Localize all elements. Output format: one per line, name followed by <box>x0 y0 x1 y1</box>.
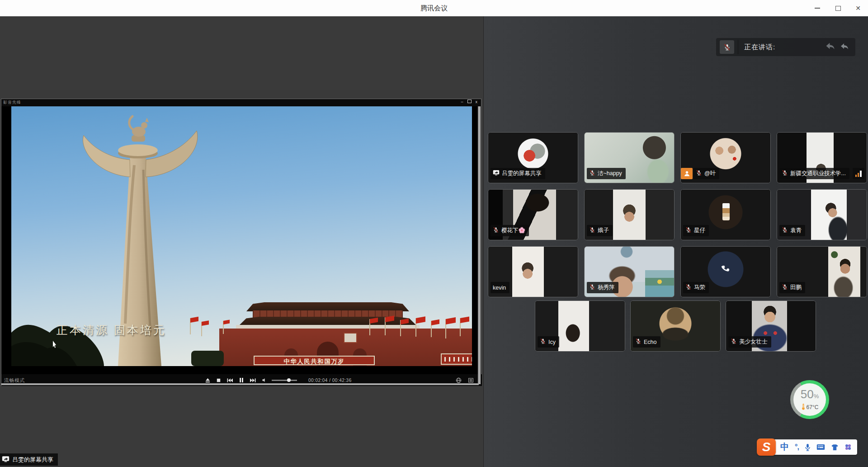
speaking-label: 正在讲话: <box>744 38 775 56</box>
participant-tile[interactable]: 马荣 <box>680 246 771 297</box>
participant-nameplate: 美少女壮士 <box>728 336 771 348</box>
participant-nameplate: Icy <box>538 336 559 348</box>
reply-arrow-icon[interactable] <box>824 41 836 53</box>
participant-name: 杨秀萍 <box>598 284 615 291</box>
participant-tile[interactable]: 新疆交通职业技术学... <box>777 132 867 183</box>
participant-nameplate: 马荣 <box>683 282 709 293</box>
mic-muted-icon <box>540 338 546 346</box>
window-titlebar: 腾讯会议 ✕ <box>0 0 868 17</box>
player-close-button[interactable]: x <box>476 100 478 104</box>
thermometer-icon <box>801 403 806 411</box>
eject-button[interactable] <box>205 377 211 383</box>
participant-nameplate: @叶 <box>693 168 719 179</box>
divider <box>738 40 738 54</box>
skin-icon[interactable] <box>831 443 839 451</box>
video-frame: 中华人民共和国万岁 <box>11 106 472 366</box>
player-bottom-frame <box>1 383 479 385</box>
sogou-logo-icon[interactable]: S <box>757 438 776 456</box>
participant-nameplate: 杨秀萍 <box>587 282 618 293</box>
participant-tile[interactable]: Echo <box>630 300 721 352</box>
reply-arrow-icon[interactable] <box>839 42 850 53</box>
next-button[interactable] <box>250 377 256 383</box>
video-subtitle: 正本清源 固本培元 <box>57 323 166 338</box>
participant-name: 樱花下🌸 <box>501 227 525 234</box>
participant-tile[interactable]: kevin <box>488 246 578 297</box>
mic-muted-icon <box>685 284 692 292</box>
pause-button[interactable] <box>238 377 245 383</box>
mic-muted-icon <box>493 227 499 235</box>
maximize-button[interactable] <box>828 0 848 16</box>
participant-name: Icy <box>548 339 556 345</box>
participant-nameplate: Echo <box>633 336 660 348</box>
avatar-prop <box>719 262 733 276</box>
participant-name: @叶 <box>704 170 716 177</box>
mute-button[interactable] <box>261 377 267 383</box>
participant-tile[interactable]: 美少女壮士 <box>726 300 816 352</box>
participant-nameplate: 袁青 <box>779 225 805 236</box>
participant-nameplate: kevin <box>491 282 509 293</box>
member-badge-icon <box>681 168 693 179</box>
volume-slider[interactable] <box>272 380 297 381</box>
previous-button[interactable] <box>226 377 233 383</box>
participant-tile[interactable]: 袁青 <box>777 189 867 240</box>
signal-strength-icon <box>853 168 864 179</box>
minimize-button[interactable] <box>807 0 827 16</box>
screen-share-icon <box>493 169 500 178</box>
participant-name: 美少女壮士 <box>739 338 768 346</box>
screen-share-label: 吕雯的屏幕共享 <box>12 456 53 464</box>
chinese-mode-icon[interactable]: 中 <box>780 441 789 453</box>
player-scrollbar[interactable] <box>478 106 481 384</box>
network-icon[interactable] <box>456 377 462 383</box>
player-minimize-button[interactable]: – <box>461 100 463 104</box>
participant-nameplate: 吕雯的屏幕共享 <box>491 168 545 179</box>
player-titlebar: 影音先锋 – x <box>1 99 481 106</box>
volume-knob[interactable] <box>287 378 291 382</box>
participants-panel: 正在讲话: 吕雯的屏幕共享洁~happy@叶新疆交通职业技术学...樱花下🌸娥子… <box>484 16 868 467</box>
punctuation-icon[interactable]: °, <box>795 443 799 451</box>
participant-tile[interactable]: 樱花下🌸 <box>488 189 578 240</box>
participant-name: 星仔 <box>694 227 705 234</box>
participant-tile[interactable]: 杨秀萍 <box>584 246 675 297</box>
mic-muted-icon <box>589 227 595 235</box>
participant-name: 娥子 <box>598 227 609 234</box>
participant-tile[interactable]: Icy <box>535 300 625 352</box>
battery-percent: 50% <box>801 388 819 402</box>
participant-tile[interactable]: 洁~happy <box>584 132 675 183</box>
voice-input-icon[interactable] <box>805 443 811 451</box>
participant-tile[interactable]: 娥子 <box>584 189 675 240</box>
participant-nameplate: 娥子 <box>587 225 613 236</box>
player-maximize-button[interactable] <box>467 100 472 104</box>
mic-muted-icon <box>685 227 692 235</box>
mic-muted-icon <box>720 40 734 54</box>
participant-nameplate: 新疆交通职业技术学... <box>779 168 849 179</box>
playlist-icon[interactable] <box>468 377 474 383</box>
mic-muted-icon <box>782 284 788 292</box>
ime-toolbar: S 中 °, <box>757 438 857 456</box>
participant-nameplate: 田鹏 <box>779 282 805 293</box>
close-button[interactable]: ✕ <box>848 0 868 16</box>
toolbox-icon[interactable] <box>844 443 852 451</box>
participant-nameplate: 洁~happy <box>587 168 626 179</box>
player-title: 影音先锋 <box>3 100 21 105</box>
player-maximize-icon <box>467 100 472 103</box>
participant-tile[interactable]: @叶 <box>680 132 771 183</box>
virtual-keyboard-icon[interactable] <box>816 444 825 450</box>
minimize-icon <box>815 8 820 9</box>
battery-temperature-widget[interactable]: 50% 67°C <box>790 380 829 419</box>
participant-tile[interactable]: 吕雯的屏幕共享 <box>488 132 578 183</box>
mic-muted-icon <box>635 338 642 346</box>
mic-muted-icon <box>589 284 595 292</box>
stop-button[interactable] <box>216 377 222 383</box>
mic-muted-icon <box>731 338 737 346</box>
mic-muted-icon <box>782 170 788 178</box>
participant-nameplate: 樱花下🌸 <box>491 225 529 236</box>
participant-name: 马荣 <box>694 284 705 291</box>
participant-tile[interactable]: 星仔 <box>680 189 771 240</box>
playback-time: 00:02:04 / 00:42:36 <box>308 378 352 383</box>
mic-muted-icon <box>782 227 788 235</box>
avatar-prop <box>722 203 730 220</box>
video-player-window: 影音先锋 – x 中华人民共和国万岁 <box>1 99 481 386</box>
mic-muted-icon <box>589 170 595 178</box>
participant-tile[interactable]: 田鹏 <box>777 246 867 297</box>
participant-name: 新疆交通职业技术学... <box>790 170 846 177</box>
